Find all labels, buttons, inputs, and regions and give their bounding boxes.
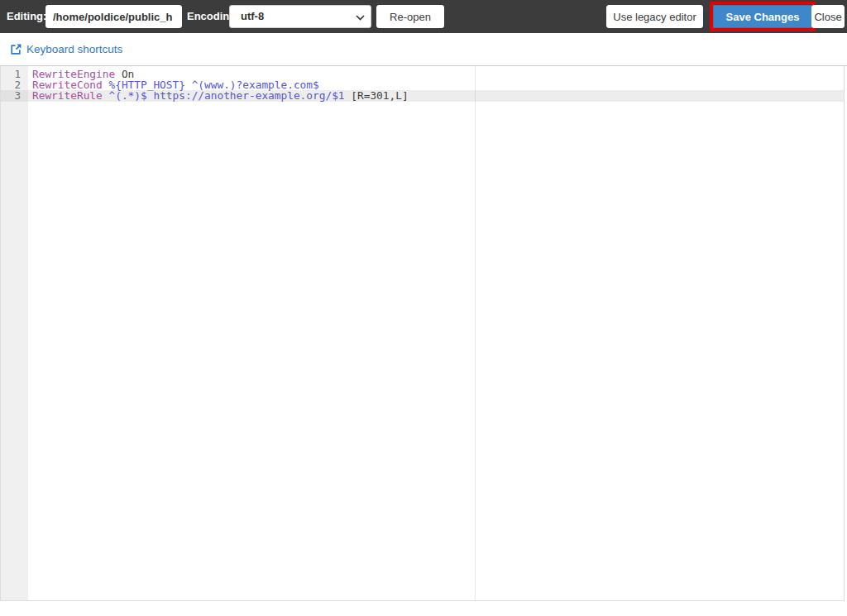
- editor-header-bar: Editing: Encoding: utf-8 Re-open Use leg…: [0, 0, 847, 33]
- print-margin-ruler: [475, 66, 476, 600]
- red-annotation-box: Save Changes: [710, 2, 816, 31]
- editing-label: Editing:: [7, 0, 46, 33]
- code-lines[interactable]: RewriteEngine OnRewriteCond %{HTTP_HOST}…: [28, 66, 844, 102]
- encoding-select-value: utf-8: [230, 6, 356, 27]
- encoding-select[interactable]: utf-8: [229, 5, 371, 28]
- reopen-button[interactable]: Re-open: [376, 5, 444, 28]
- file-path-input[interactable]: [45, 5, 182, 28]
- save-changes-button[interactable]: Save Changes: [713, 5, 812, 28]
- line-number: 3: [1, 90, 28, 101]
- gutter: 123: [1, 66, 28, 600]
- external-link-icon: [11, 44, 22, 55]
- code-editor[interactable]: 123 RewriteEngine OnRewriteCond %{HTTP_H…: [0, 66, 845, 601]
- close-button[interactable]: Close: [811, 5, 845, 28]
- keyboard-shortcuts-link[interactable]: Keyboard shortcuts: [11, 43, 122, 55]
- editor-toolbar: Keyboard shortcuts >_ ↺ ↻ ↔ 13px Apache …: [0, 33, 847, 66]
- use-legacy-editor-button[interactable]: Use legacy editor: [606, 5, 703, 28]
- chevron-down-icon: [356, 15, 365, 21]
- keyboard-shortcuts-label: Keyboard shortcuts: [26, 43, 122, 55]
- code-line[interactable]: RewriteRule ^(.*)$ https://another-examp…: [28, 90, 844, 101]
